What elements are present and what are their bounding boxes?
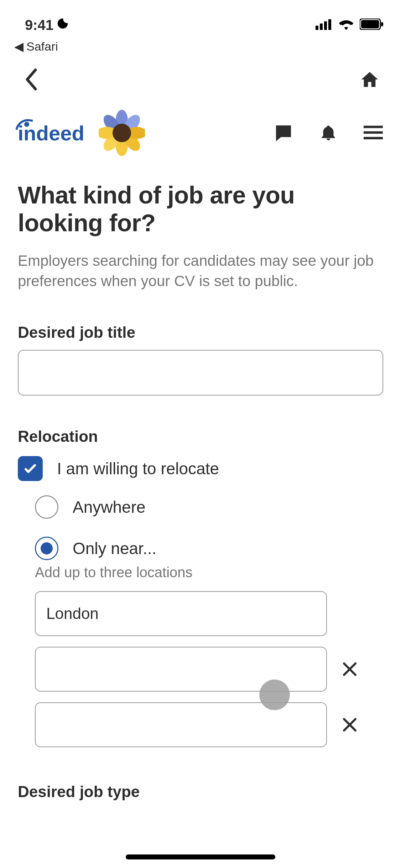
notifications-button[interactable] bbox=[318, 123, 338, 143]
logo-group: indeed bbox=[18, 110, 145, 156]
home-button[interactable] bbox=[360, 69, 380, 89]
only-near-hint: Add up to three locations bbox=[35, 564, 383, 580]
status-time: 9:41 bbox=[25, 17, 53, 33]
back-to-app-row[interactable]: ◀ Safari bbox=[0, 39, 401, 56]
status-bar: 9:41 bbox=[0, 0, 401, 39]
home-indicator[interactable] bbox=[126, 854, 275, 859]
svg-point-15 bbox=[113, 124, 131, 142]
svg-rect-18 bbox=[364, 137, 383, 139]
location-row-3 bbox=[35, 702, 383, 747]
remove-location-3-button[interactable] bbox=[340, 715, 360, 735]
radio-anywhere-label: Anywhere bbox=[73, 497, 146, 517]
radio-only-near-row[interactable]: Only near... bbox=[35, 537, 383, 560]
page-subtitle: Employers searching for candidates may s… bbox=[18, 251, 383, 291]
radio-anywhere[interactable] bbox=[35, 495, 58, 519]
svg-rect-6 bbox=[381, 22, 383, 26]
nav-row bbox=[0, 56, 401, 99]
status-left: 9:41 bbox=[25, 17, 69, 33]
svg-rect-16 bbox=[364, 126, 383, 128]
caret-left-icon: ◀ bbox=[14, 39, 24, 53]
chat-icon bbox=[274, 123, 293, 143]
cellular-icon bbox=[316, 18, 333, 32]
job-title-input[interactable] bbox=[18, 350, 383, 396]
location-row-1 bbox=[35, 591, 383, 636]
relocate-checkbox-label: I am willing to relocate bbox=[57, 459, 219, 478]
app-header: indeed bbox=[0, 99, 401, 167]
home-icon bbox=[360, 69, 380, 90]
svg-rect-17 bbox=[364, 131, 383, 134]
radio-only-near[interactable] bbox=[35, 537, 58, 560]
relocation-radio-group: Anywhere Only near... Add up to three lo… bbox=[18, 495, 383, 747]
hamburger-icon bbox=[364, 125, 383, 141]
radio-only-near-label: Only near... bbox=[73, 539, 156, 558]
relocation-label: Relocation bbox=[18, 428, 383, 445]
radio-selected-dot bbox=[41, 542, 53, 554]
back-button[interactable] bbox=[21, 69, 41, 89]
menu-button[interactable] bbox=[363, 123, 383, 143]
remove-location-2-button[interactable] bbox=[340, 659, 360, 679]
location-row-2 bbox=[35, 647, 383, 692]
svg-rect-1 bbox=[320, 24, 323, 30]
job-title-label: Desired job title bbox=[18, 324, 383, 341]
header-icons bbox=[274, 123, 383, 143]
relocate-checkbox-row[interactable]: I am willing to relocate bbox=[18, 456, 383, 481]
bell-icon bbox=[319, 123, 337, 143]
location-inputs bbox=[35, 591, 383, 747]
close-icon bbox=[341, 716, 358, 733]
page-title: What kind of job are you looking for? bbox=[18, 181, 383, 237]
svg-rect-2 bbox=[324, 21, 327, 30]
location-input-1[interactable] bbox=[35, 591, 327, 636]
check-icon bbox=[22, 461, 38, 476]
back-app-label: Safari bbox=[26, 40, 58, 53]
location-input-3[interactable] bbox=[35, 702, 327, 747]
svg-rect-3 bbox=[328, 19, 331, 30]
chevron-left-icon bbox=[23, 68, 40, 91]
do-not-disturb-icon bbox=[56, 17, 69, 33]
location-input-2[interactable] bbox=[35, 647, 327, 692]
close-icon bbox=[341, 661, 358, 678]
radio-anywhere-row[interactable]: Anywhere bbox=[35, 495, 383, 519]
relocate-checkbox[interactable] bbox=[18, 456, 43, 481]
sunflower-icon bbox=[99, 110, 145, 156]
main-content: What kind of job are you looking for? Em… bbox=[0, 167, 401, 801]
wifi-icon bbox=[338, 18, 354, 32]
indeed-logo[interactable]: indeed bbox=[18, 121, 84, 145]
job-type-label: Desired job type bbox=[18, 783, 383, 801]
svg-rect-5 bbox=[361, 20, 379, 28]
svg-rect-0 bbox=[316, 26, 318, 30]
status-right bbox=[316, 18, 383, 32]
messages-button[interactable] bbox=[274, 123, 293, 143]
battery-icon bbox=[360, 19, 383, 31]
